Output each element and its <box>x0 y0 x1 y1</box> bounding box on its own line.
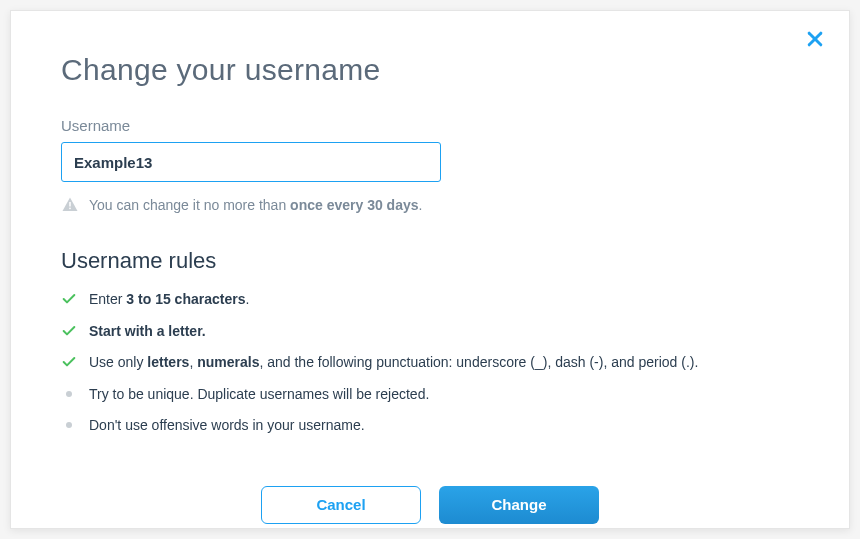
rule-text: Use only letters, numerals, and the foll… <box>89 353 698 373</box>
bullet-icon <box>61 417 77 433</box>
rule-text: Enter 3 to 15 characters. <box>89 290 249 310</box>
check-icon <box>61 291 77 307</box>
warning-row: You can change it no more than once ever… <box>61 196 799 214</box>
cancel-button[interactable]: Cancel <box>261 486 421 524</box>
rule-text: Don't use offensive words in your userna… <box>89 416 365 436</box>
rule-item: Don't use offensive words in your userna… <box>61 416 799 436</box>
rule-text: Try to be unique. Duplicate usernames wi… <box>89 385 429 405</box>
rule-item: Enter 3 to 15 characters. <box>61 290 799 310</box>
dialog-title: Change your username <box>61 53 799 87</box>
close-button[interactable] <box>803 29 827 53</box>
check-icon <box>61 323 77 339</box>
rule-item: Try to be unique. Duplicate usernames wi… <box>61 385 799 405</box>
username-input[interactable] <box>61 142 441 182</box>
username-label: Username <box>61 117 799 134</box>
bullet-icon <box>61 386 77 402</box>
change-button[interactable]: Change <box>439 486 599 524</box>
warning-icon <box>61 196 79 214</box>
warning-text: You can change it no more than once ever… <box>89 197 422 213</box>
rules-title: Username rules <box>61 248 799 274</box>
change-username-dialog: Change your username Username You can ch… <box>10 10 850 529</box>
svg-rect-3 <box>69 208 71 210</box>
button-row: Cancel Change <box>61 486 799 524</box>
rule-item: Use only letters, numerals, and the foll… <box>61 353 799 373</box>
svg-rect-2 <box>69 202 71 207</box>
check-icon <box>61 354 77 370</box>
rule-text: Start with a letter. <box>89 322 206 342</box>
close-icon <box>805 29 825 53</box>
rules-list: Enter 3 to 15 characters.Start with a le… <box>61 290 799 436</box>
rule-item: Start with a letter. <box>61 322 799 342</box>
